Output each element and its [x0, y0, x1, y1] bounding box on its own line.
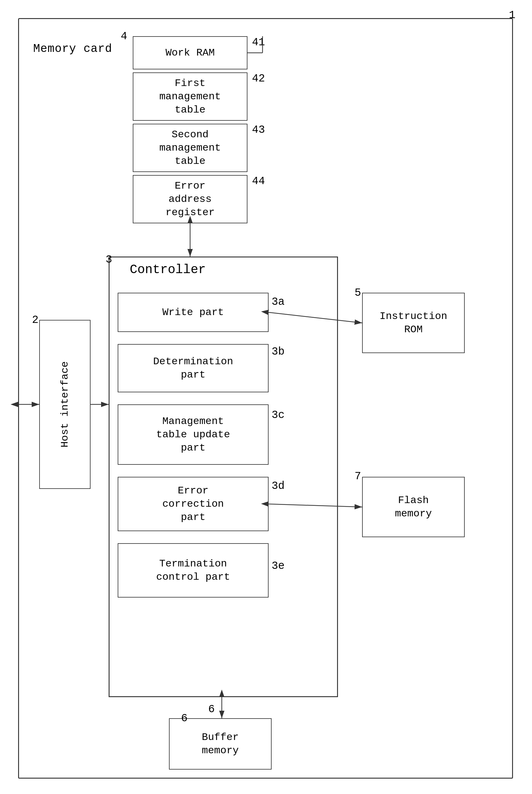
error-correction-box: Errorcorrectionpart: [118, 477, 269, 531]
second-mgmt-label: Secondmanagementtable: [159, 128, 221, 168]
error-addr-reg-box: Erroraddressregister: [133, 175, 247, 223]
termination-ctrl-box: Terminationcontrol part: [118, 543, 269, 598]
first-mgmt-ref: 42: [252, 72, 265, 85]
instruction-rom-ref: 5: [355, 287, 361, 299]
mgmt-update-label: Managementtable updatepart: [156, 415, 230, 455]
buffer-memory-label: Buffermemory: [202, 731, 239, 757]
write-part-ref: 3a: [271, 296, 285, 308]
first-mgmt-label: Firstmanagementtable: [159, 77, 221, 117]
instruction-rom-box: InstructionROM: [362, 293, 465, 353]
host-interface-box: Host interface: [39, 320, 91, 489]
second-mgmt-ref: 43: [252, 124, 265, 136]
error-addr-reg-ref: 44: [252, 175, 265, 187]
termination-ctrl-ref: 3e: [271, 560, 285, 572]
controller-label: Controller: [130, 263, 206, 277]
buffer-memory-connection-ref: 6: [208, 703, 215, 716]
group-4-ref: 4: [121, 30, 127, 42]
work-ram-label: Work RAM: [165, 46, 214, 59]
diagram-page: 1 Memory card Work RAM 41 Firstmanagemen…: [0, 0, 532, 794]
determination-part-box: Determinationpart: [118, 344, 269, 392]
buffer-memory-ref: 6: [181, 712, 188, 724]
memory-card-label: Memory card: [33, 42, 112, 55]
second-mgmt-box: Secondmanagementtable: [133, 124, 247, 172]
determination-part-ref: 3b: [271, 345, 285, 358]
host-interface-ref: 2: [32, 314, 39, 326]
flash-memory-label: Flashmemory: [395, 494, 432, 520]
buffer-memory-box: Buffermemory: [169, 718, 271, 770]
error-addr-reg-label: Erroraddressregister: [165, 179, 214, 220]
work-ram-ref: 41: [252, 36, 265, 49]
mgmt-update-box: Managementtable updatepart: [118, 404, 269, 465]
flash-memory-ref: 7: [355, 470, 361, 483]
error-correction-label: Errorcorrectionpart: [162, 484, 224, 524]
controller-ref: 3: [106, 253, 112, 266]
flash-memory-box: Flashmemory: [362, 477, 465, 537]
first-mgmt-box: Firstmanagementtable: [133, 72, 247, 121]
work-ram-box: Work RAM: [133, 36, 247, 70]
write-part-label: Write part: [162, 306, 224, 319]
instruction-rom-label: InstructionROM: [380, 310, 447, 336]
determination-part-label: Determinationpart: [153, 355, 233, 381]
error-correction-ref: 3d: [271, 480, 285, 492]
diagram-ref-1: 1: [509, 9, 515, 21]
host-interface-label: Host interface: [58, 361, 72, 448]
write-part-box: Write part: [118, 293, 269, 332]
termination-ctrl-label: Terminationcontrol part: [156, 557, 230, 584]
mgmt-update-ref: 3c: [271, 409, 285, 421]
